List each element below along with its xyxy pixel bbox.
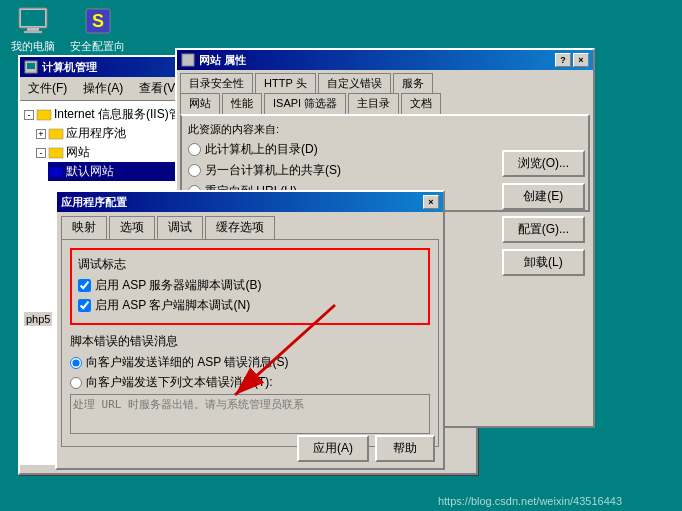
app-tab-options[interactable]: 选项: [109, 216, 155, 239]
wp-tabs-row2: 网站 性能 ISAPI 筛选器 主目录 文档: [177, 93, 593, 114]
wp-tab-service[interactable]: 服务: [393, 73, 433, 93]
wp-close-btn[interactable]: ×: [573, 53, 589, 67]
php5-label: php5: [24, 312, 52, 326]
app-tab-cache[interactable]: 缓存选项: [205, 216, 275, 239]
my-computer-label: 我的电脑: [11, 39, 55, 54]
wp-tab-isapi[interactable]: ISAPI 筛选器: [264, 93, 346, 114]
checkbox-row-server: 启用 ASP 服务器端脚本调试(B): [78, 277, 422, 294]
my-computer-image: [17, 5, 49, 37]
computer-mgmt-title: 计算机管理: [24, 60, 97, 75]
wp-tab-home-dir[interactable]: 主目录: [348, 93, 399, 114]
desktop: 我的电脑 S 安全配置向导 计算机管理 _ □ ×: [0, 0, 682, 511]
browse-button[interactable]: 浏览(O)...: [502, 150, 585, 177]
app-config-close-btn[interactable]: ×: [423, 195, 439, 209]
svg-rect-12: [182, 54, 194, 66]
radio-custom[interactable]: [70, 377, 82, 389]
wp-tab-document[interactable]: 文档: [401, 93, 441, 114]
website-props-title-bar[interactable]: 网站 属性 ? ×: [177, 50, 593, 70]
app-tab-mapping[interactable]: 映射: [61, 216, 107, 239]
svg-rect-7: [27, 63, 35, 69]
app-config-title-bar[interactable]: 应用程序配置 ×: [57, 192, 443, 212]
svg-rect-2: [27, 28, 39, 31]
svg-rect-1: [21, 10, 45, 26]
red-arrow: [175, 295, 355, 428]
help-button[interactable]: 帮助: [375, 435, 435, 462]
checkbox-client-debug[interactable]: [78, 299, 91, 312]
side-buttons: 浏览(O)... 创建(E) 配置(G)... 卸载(L): [502, 150, 585, 276]
app-tab-debug[interactable]: 调试: [157, 216, 203, 239]
menu-file[interactable]: 文件(F): [24, 79, 71, 98]
checkbox-server-label: 启用 ASP 服务器端脚本调试(B): [95, 277, 261, 294]
website-props-title: 网站 属性: [181, 53, 246, 68]
tree-item-iis[interactable]: - Internet 信息服务(IIS)管: [24, 105, 189, 124]
watermark: https://blog.csdn.net/weixin/43516443: [438, 495, 622, 507]
wp-tab-http[interactable]: HTTP 头: [255, 73, 316, 93]
create-button[interactable]: 创建(E): [502, 183, 585, 210]
wp-tab-dir-security[interactable]: 目录安全性: [180, 73, 253, 93]
app-tab-bar: 映射 选项 调试 缓存选项: [57, 212, 443, 239]
app-config-title-buttons: ×: [423, 195, 439, 209]
wp-tabs-row1: 目录安全性 HTTP 头 自定义错误 服务: [177, 70, 593, 93]
svg-rect-9: [49, 129, 63, 139]
content-source-label: 此资源的内容来自:: [188, 122, 582, 137]
expand-icon-3[interactable]: -: [36, 148, 46, 158]
svg-text:S: S: [91, 11, 103, 31]
tree-item-app-pool[interactable]: + 应用程序池: [36, 124, 189, 143]
tree-item-website[interactable]: - 网站: [36, 143, 189, 162]
radio-detailed[interactable]: [70, 357, 82, 369]
expand-icon[interactable]: -: [24, 110, 34, 120]
config-button[interactable]: 配置(G)...: [502, 216, 585, 243]
radio-share[interactable]: [188, 164, 201, 177]
tree-item-default-website[interactable]: 默认网站: [48, 162, 189, 181]
svg-rect-3: [24, 31, 42, 33]
apply-button[interactable]: 应用(A): [297, 435, 369, 462]
security-wizard-image: S: [82, 5, 114, 37]
svg-rect-11: [49, 167, 63, 177]
wp-tab-custom-errors[interactable]: 自定义错误: [318, 73, 391, 93]
wp-tab-website[interactable]: 网站: [180, 93, 220, 114]
unload-button[interactable]: 卸载(L): [502, 249, 585, 276]
expand-icon-2[interactable]: +: [36, 129, 46, 139]
radio-local[interactable]: [188, 143, 201, 156]
dialog-buttons: 应用(A) 帮助: [297, 435, 435, 462]
debug-section-label: 调试标志: [78, 256, 422, 273]
svg-rect-8: [37, 110, 51, 120]
svg-line-14: [235, 305, 335, 395]
wp-question-btn[interactable]: ?: [555, 53, 571, 67]
website-props-title-buttons: ? ×: [555, 53, 589, 67]
checkbox-server-debug[interactable]: [78, 279, 91, 292]
app-config-title: 应用程序配置: [61, 195, 127, 210]
menu-action[interactable]: 操作(A): [79, 79, 127, 98]
wp-tab-performance[interactable]: 性能: [222, 93, 262, 114]
svg-rect-10: [49, 148, 63, 158]
